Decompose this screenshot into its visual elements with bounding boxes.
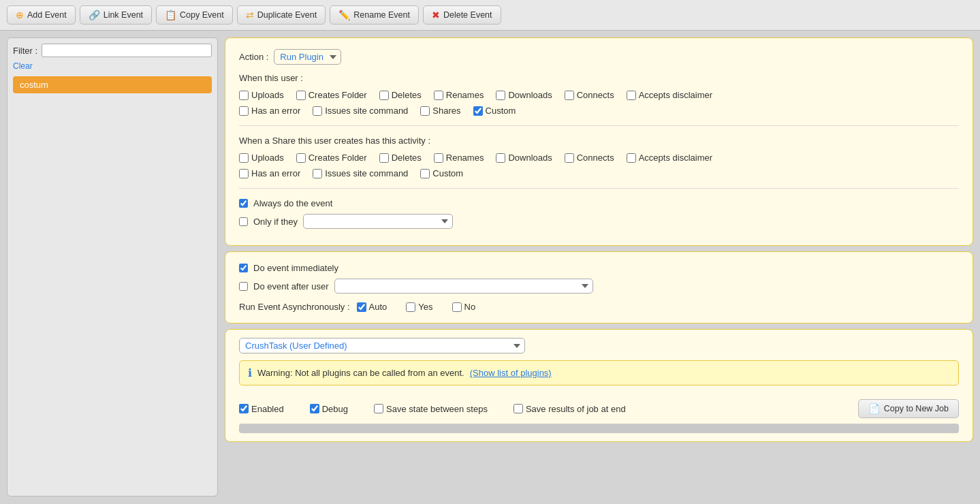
async-yes-option[interactable]: Yes <box>406 302 432 312</box>
do-after-row: Do event after user <box>239 279 959 294</box>
checkbox-renames2[interactable]: Renames <box>434 153 484 163</box>
action-row: Action : Run Plugin Send Email Run Scrip… <box>239 49 959 65</box>
delete-icon: ✖ <box>432 10 440 20</box>
event-list-item[interactable]: costum <box>13 76 212 93</box>
debug-label: Debug <box>322 404 348 414</box>
checkbox-shares1[interactable]: Shares <box>420 106 460 116</box>
link-event-button[interactable]: 🔗 Link Event <box>80 5 152 25</box>
left-panel: Filter : Clear costum <box>7 37 218 497</box>
checkbox-uploads1[interactable]: Uploads <box>239 90 284 100</box>
checkbox-creates-folder1[interactable]: Creates Folder <box>296 90 367 100</box>
rename-event-button[interactable]: ✏️ Rename Event <box>330 5 419 25</box>
action-select[interactable]: Run Plugin Send Email Run Script <box>274 49 341 65</box>
right-panel: Action : Run Plugin Send Email Run Scrip… <box>225 37 973 497</box>
checkbox-uploads2[interactable]: Uploads <box>239 153 284 163</box>
async-auto-option[interactable]: Auto <box>357 302 388 312</box>
checkbox-issues-site-command2-input[interactable] <box>313 169 322 178</box>
plugin-select[interactable]: CrushTask (User Defined) <box>239 338 525 353</box>
checkbox-connects1-input[interactable] <box>565 91 574 100</box>
enabled-label: Enabled <box>251 404 284 414</box>
debug-option[interactable]: Debug <box>310 404 348 414</box>
warning-banner: ℹ Warning: Not all plugins can be called… <box>239 360 959 385</box>
do-immediately-row: Do event immediately <box>239 263 959 273</box>
filter-input[interactable] <box>42 44 212 57</box>
checkbox-has-error1[interactable]: Has an error <box>239 106 300 116</box>
checkbox-creates-folder2[interactable]: Creates Folder <box>296 153 367 163</box>
checkbox-custom1-input[interactable] <box>473 106 483 116</box>
checkbox-accepts-disclaimer2-input[interactable] <box>627 153 636 163</box>
do-after-checkbox[interactable] <box>239 282 248 291</box>
debug-checkbox[interactable] <box>310 404 319 413</box>
checkbox-accepts-disclaimer1-label: Accepts disclaimer <box>639 90 712 100</box>
enabled-checkbox[interactable] <box>239 404 249 413</box>
only-if-checkbox[interactable] <box>239 217 248 226</box>
async-auto-checkbox[interactable] <box>357 302 366 312</box>
checkbox-creates-folder1-input[interactable] <box>296 91 306 100</box>
async-label: Run Event Asynchronously : <box>239 302 350 312</box>
show-plugins-link[interactable]: (Show list of plugins) <box>470 368 552 378</box>
save-results-checkbox[interactable] <box>513 404 523 413</box>
checkbox-renames1[interactable]: Renames <box>434 90 484 100</box>
checkbox-deletes1-input[interactable] <box>379 91 389 100</box>
always-do-checkbox[interactable] <box>239 199 248 208</box>
checkbox-has-error2[interactable]: Has an error <box>239 168 300 178</box>
save-state-label: Save state between steps <box>386 404 488 414</box>
scroll-hint[interactable] <box>239 424 959 433</box>
save-state-checkbox[interactable] <box>374 404 383 413</box>
checkbox-renames2-input[interactable] <box>434 153 443 163</box>
checkbox-downloads2[interactable]: Downloads <box>496 153 552 163</box>
add-event-label: Add Event <box>27 10 67 20</box>
action-label: Action : <box>239 52 268 62</box>
async-yes-checkbox[interactable] <box>406 302 415 312</box>
checkbox-custom2[interactable]: Custom <box>420 168 463 178</box>
copy-to-new-job-button[interactable]: 📄 Copy to New Job <box>858 399 959 418</box>
rename-icon: ✏️ <box>338 10 350 20</box>
do-immediately-checkbox[interactable] <box>239 264 248 272</box>
plugin-card: CrushTask (User Defined) ℹ Warning: Not … <box>225 329 973 442</box>
delete-event-button[interactable]: ✖ Delete Event <box>423 5 501 25</box>
checkbox-deletes1[interactable]: Deletes <box>379 90 422 100</box>
add-event-button[interactable]: ⊕ Add Event <box>7 5 76 25</box>
duplicate-event-button[interactable]: ⇄ Duplicate Event <box>237 5 326 25</box>
checkbox-custom2-input[interactable] <box>420 169 430 178</box>
save-results-option[interactable]: Save results of job at end <box>513 404 626 414</box>
checkbox-accepts-disclaimer1[interactable]: Accepts disclaimer <box>627 90 712 100</box>
only-if-select[interactable] <box>303 214 453 229</box>
async-row: Run Event Asynchronously : Auto Yes No <box>239 302 959 312</box>
main-layout: Filter : Clear costum Action : Run Plugi… <box>0 31 980 503</box>
copy-event-button[interactable]: 📋 Copy Event <box>156 5 233 25</box>
async-no-checkbox[interactable] <box>452 302 462 312</box>
checkbox-uploads1-input[interactable] <box>239 91 249 100</box>
async-no-option[interactable]: No <box>452 302 476 312</box>
checkbox-deletes2-input[interactable] <box>379 153 389 163</box>
checkbox-connects2[interactable]: Connects <box>565 153 614 163</box>
checkbox-downloads1-input[interactable] <box>496 91 505 100</box>
checkbox-uploads2-input[interactable] <box>239 153 249 163</box>
save-state-option[interactable]: Save state between steps <box>374 404 488 414</box>
copy-icon: 📋 <box>165 10 176 20</box>
checkbox-custom1[interactable]: Custom <box>473 106 516 116</box>
checkbox-issues-site-command1[interactable]: Issues site command <box>313 106 408 116</box>
do-after-label: Do event after user <box>253 281 329 292</box>
checkbox-issues-site-command1-input[interactable] <box>313 106 322 116</box>
checkbox-accepts-disclaimer2[interactable]: Accepts disclaimer <box>627 153 712 163</box>
checkbox-downloads1-label: Downloads <box>508 90 552 100</box>
checkbox-creates-folder2-input[interactable] <box>296 153 306 163</box>
async-auto-label: Auto <box>369 302 388 312</box>
do-after-select[interactable] <box>334 279 593 294</box>
warning-text: Warning: Not all plugins can be called f… <box>257 368 464 378</box>
checkbox-has-error1-input[interactable] <box>239 106 249 116</box>
checkbox-shares1-input[interactable] <box>420 106 430 116</box>
checkbox-downloads2-input[interactable] <box>496 153 505 163</box>
enabled-option[interactable]: Enabled <box>239 404 284 414</box>
checkbox-renames1-input[interactable] <box>434 91 443 100</box>
checkbox-downloads1[interactable]: Downloads <box>496 90 552 100</box>
clear-link[interactable]: Clear <box>13 61 212 71</box>
checkbox-issues-site-command2[interactable]: Issues site command <box>313 168 408 178</box>
checkbox-connects2-label: Connects <box>577 153 614 163</box>
checkbox-has-error2-input[interactable] <box>239 169 249 178</box>
checkbox-deletes2[interactable]: Deletes <box>379 153 422 163</box>
checkbox-accepts-disclaimer1-input[interactable] <box>627 91 636 100</box>
checkbox-connects2-input[interactable] <box>565 153 574 163</box>
checkbox-connects1[interactable]: Connects <box>565 90 614 100</box>
